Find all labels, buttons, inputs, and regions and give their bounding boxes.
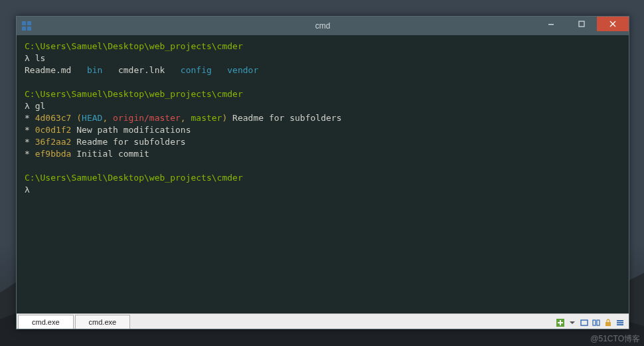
gl-comma: , bbox=[181, 113, 191, 123]
svg-rect-13 bbox=[617, 324, 623, 325]
prompt-cmd: gl bbox=[35, 101, 46, 111]
ls-item: bin bbox=[87, 65, 102, 75]
svg-rect-4 bbox=[548, 24, 554, 25]
minimize-icon bbox=[548, 21, 554, 27]
prompt-path: C:\Users\Samuel\Desktop\web_projects\cmd… bbox=[25, 173, 243, 183]
gl-msg: Initial commit bbox=[71, 149, 149, 159]
ls-item: cmder.lnk bbox=[118, 65, 165, 75]
svg-rect-1 bbox=[27, 21, 31, 25]
svg-rect-7 bbox=[581, 320, 588, 325]
svg-rect-3 bbox=[27, 27, 31, 31]
prompt-lambda: λ bbox=[25, 101, 30, 111]
lock-icon[interactable] bbox=[604, 318, 613, 327]
gl-star: * bbox=[25, 137, 30, 147]
gl-paren: ( bbox=[76, 113, 82, 123]
prompt-path: C:\Users\Samuel\Desktop\web_projects\cmd… bbox=[25, 41, 243, 51]
gl-msg: Readme for subfolders bbox=[227, 113, 341, 123]
svg-rect-0 bbox=[22, 21, 26, 25]
gl-origin: origin/master bbox=[113, 113, 181, 123]
svg-rect-10 bbox=[605, 322, 611, 326]
terminal-output[interactable]: C:\Users\Samuel\Desktop\web_projects\cmd… bbox=[17, 35, 629, 313]
ls-item: vendor bbox=[227, 65, 258, 75]
plus-icon[interactable] bbox=[556, 318, 565, 327]
dropdown-icon[interactable] bbox=[568, 318, 577, 327]
window-controls bbox=[536, 17, 629, 35]
tab-cmd-2[interactable]: cmd.exe bbox=[75, 315, 131, 329]
svg-rect-12 bbox=[617, 322, 623, 323]
statusbar-icons bbox=[556, 318, 629, 329]
ls-item: Readme.md bbox=[25, 65, 71, 75]
gl-master: master bbox=[191, 113, 222, 123]
gl-head: HEAD bbox=[82, 113, 102, 123]
gl-hash: 0c0d1f2 bbox=[35, 125, 72, 135]
maximize-button[interactable] bbox=[566, 17, 597, 31]
split-icon[interactable] bbox=[592, 318, 601, 327]
svg-rect-9 bbox=[597, 320, 600, 325]
tab-cmd-1[interactable]: cmd.exe bbox=[18, 315, 74, 329]
gl-hash: ef9bbda bbox=[35, 149, 72, 159]
terminal-window: cmd C:\Users\Samuel\Desktop\web_projects… bbox=[16, 16, 629, 329]
gl-hash: 4d063c7 bbox=[35, 113, 72, 123]
prompt-lambda: λ bbox=[25, 185, 30, 195]
gl-star: * bbox=[25, 113, 30, 123]
prompt-path: C:\Users\Samuel\Desktop\web_projects\cmd… bbox=[25, 89, 243, 99]
ls-item: config bbox=[181, 65, 212, 75]
svg-rect-5 bbox=[579, 21, 584, 27]
watermark: @51CTO博客 bbox=[590, 333, 640, 345]
gl-star: * bbox=[25, 125, 30, 135]
app-icon bbox=[22, 21, 31, 31]
prompt-cmd: ls bbox=[35, 53, 46, 63]
titlebar[interactable]: cmd bbox=[17, 17, 629, 35]
minimize-button[interactable] bbox=[536, 17, 566, 31]
svg-rect-2 bbox=[22, 27, 26, 31]
desktop: cmd C:\Users\Samuel\Desktop\web_projects… bbox=[0, 0, 644, 346]
close-button[interactable] bbox=[597, 17, 629, 31]
gl-comma: , bbox=[102, 113, 113, 123]
prompt-lambda: λ bbox=[25, 53, 30, 63]
gl-star: * bbox=[25, 149, 30, 159]
svg-rect-11 bbox=[617, 320, 623, 321]
menu-icon[interactable] bbox=[615, 318, 625, 327]
statusbar: cmd.exe cmd.exe bbox=[17, 313, 629, 329]
maximize-icon bbox=[578, 21, 585, 27]
gl-msg: New path modifications bbox=[71, 125, 191, 135]
gl-msg: Readme for subfolders bbox=[71, 137, 185, 147]
close-icon bbox=[609, 21, 616, 27]
rect-icon[interactable] bbox=[580, 318, 589, 327]
svg-rect-8 bbox=[593, 320, 596, 325]
gl-hash: 36f2aa2 bbox=[35, 137, 72, 147]
